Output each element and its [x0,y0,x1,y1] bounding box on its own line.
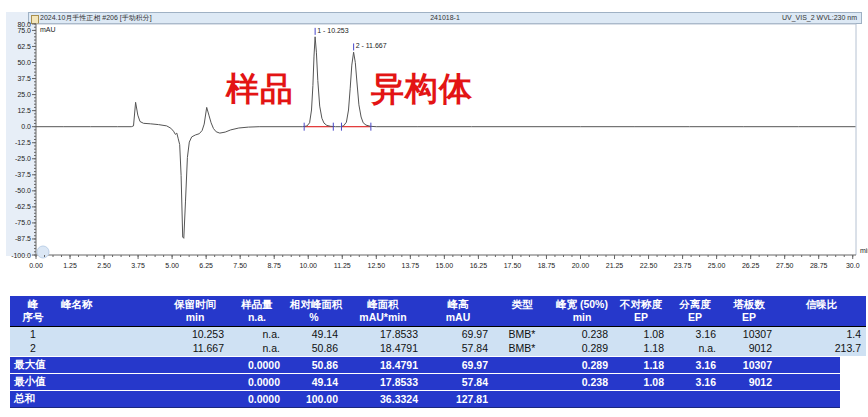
table-cell: 69.97 [423,356,493,373]
table-cell: 50.86 [285,341,343,356]
table-cell [56,373,161,390]
table-row[interactable]: 最小值0.000049.1417.853357.840.2381.083.169… [10,373,866,390]
svg-text:15.00: 15.00 [436,262,454,269]
svg-text:6.25: 6.25 [199,262,213,269]
table-cell: 0.0000 [229,356,285,373]
table-cell: 18.4791 [343,356,423,373]
svg-text:37.5: 37.5 [17,75,31,82]
annotation-sample: 样品 [226,67,294,112]
table-cell: 49.14 [285,326,343,341]
svg-text:21.25: 21.25 [606,262,624,269]
svg-text:-25.0: -25.0 [15,155,31,162]
svg-text:25.00: 25.00 [708,262,726,269]
table-cell: 57.84 [423,373,493,390]
table-cell: BMB* [493,341,551,356]
table-cell [551,390,613,407]
svg-text:8.75: 8.75 [267,262,281,269]
table-row[interactable]: 最大值0.000050.8618.479169.970.2891.183.161… [10,356,866,373]
table-cell: 最小值 [10,373,56,390]
table-cell [493,356,551,373]
svg-text:-87.5: -87.5 [15,235,31,242]
svg-text:1 - 10.253: 1 - 10.253 [317,27,349,34]
table-cell: 10307 [721,356,777,373]
table-cell: 0.238 [551,373,613,390]
table-header-cell: 样品量n.a. [229,296,285,326]
table-header-cell: 峰序号 [10,296,56,326]
svg-text:2 - 11.667: 2 - 11.667 [356,42,387,49]
svg-text:27.50: 27.50 [776,262,794,269]
table-cell [161,390,229,407]
table-row[interactable]: 110.253n.a.49.1417.853369.97BMB*0.2381.0… [10,326,866,341]
table-cell: 57.84 [423,341,493,356]
table-row[interactable]: 总和0.0000100.0036.3324127.81 [10,390,866,407]
table-header-cell: 峰宽 (50%)min [551,296,613,326]
svg-text:50.0: 50.0 [17,59,31,66]
summary-gap [840,356,866,408]
svg-text:22.50: 22.50 [640,262,658,269]
svg-text:25.0: 25.0 [17,91,31,98]
table-cell: 1.18 [613,341,669,356]
table-cell: BMB* [493,326,551,341]
table-cell: 0.0000 [229,390,285,407]
table-cell: 10307 [721,326,777,341]
table-cell: 50.86 [285,356,343,373]
table-cell: 3.16 [669,356,721,373]
table-cell [669,390,721,407]
table-header-row: 峰序号峰名称 保留时间min样品量n.a.相对峰面积%峰面积mAU*min峰高m… [10,296,866,326]
table-cell: 17.8533 [343,373,423,390]
results-table: 峰序号峰名称 保留时间min样品量n.a.相对峰面积%峰面积mAU*min峰高m… [10,296,866,408]
table-cell: 0.238 [551,326,613,341]
table-cell: 9012 [721,341,777,356]
svg-text:62.5: 62.5 [17,43,31,50]
table-header-cell: 类型 [493,296,551,326]
svg-text:26.25: 26.25 [742,262,760,269]
table-header-cell: 保留时间min [161,296,229,326]
table-cell: 36.3324 [343,390,423,407]
svg-text:75.0: 75.0 [17,27,31,34]
table-header-cell: 峰高mAU [423,296,493,326]
table-cell: 总和 [10,390,56,407]
table-row[interactable]: 211.667n.a.50.8618.479157.84BMB*0.2891.1… [10,341,866,356]
table-cell: 1.08 [613,326,669,341]
table-cell: 18.4791 [343,341,423,356]
svg-text:13.75: 13.75 [402,262,420,269]
table-header-cell: 峰名称 [56,296,161,326]
svg-text:11.25: 11.25 [334,262,351,269]
table-cell: 127.81 [423,390,493,407]
table-cell: 2 [10,341,56,356]
svg-text:0.00: 0.00 [29,262,43,269]
table-cell [56,326,161,341]
table-cell [161,356,229,373]
chromatogram-plot[interactable]: 80.075.062.550.037.525.012.50.0-12.5-25.… [0,0,868,282]
svg-text:-37.5: -37.5 [15,171,31,178]
svg-text:12.5: 12.5 [17,107,31,114]
table-cell: 17.8533 [343,326,423,341]
annotation-isomer: 异构体 [371,67,473,112]
table-cell: n.a. [669,341,721,356]
table-header-cell: 不对称度EP [613,296,669,326]
table-cell [721,390,777,407]
table-cell: 69.97 [423,326,493,341]
chromatogram-panel: 2024.10月手性正相 #206 [手动积分] 241018-1 UV_VIS… [0,0,868,282]
svg-text:5.00: 5.00 [165,262,179,269]
table-cell [56,356,161,373]
svg-text:-12.5: -12.5 [15,139,31,146]
table-header-cell: 相对峰面积% [285,296,343,326]
table-cell: 0.289 [551,356,613,373]
svg-text:7.50: 7.50 [233,262,247,269]
table-cell: 11.667 [161,341,229,356]
table-cell: 10.253 [161,326,229,341]
table-cell: 1.08 [613,373,669,390]
table-cell: n.a. [229,326,285,341]
table-cell [161,373,229,390]
table-header-cell: 峰面积mAU*min [343,296,423,326]
svg-text:10.00: 10.00 [299,262,317,269]
table-cell: 0.289 [551,341,613,356]
table-cell [493,390,551,407]
table-cell [56,390,161,407]
svg-text:20.00: 20.00 [572,262,590,269]
svg-text:23.75: 23.75 [674,262,692,269]
table-cell [613,390,669,407]
svg-text:30.0: 30.0 [846,262,860,269]
table-cell: 49.14 [285,373,343,390]
